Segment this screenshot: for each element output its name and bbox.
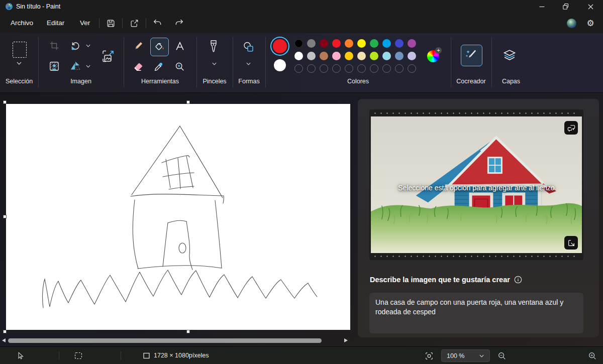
settings-button[interactable]: ⚙	[582, 15, 598, 31]
palette-empty-slot[interactable]	[382, 64, 391, 73]
close-icon	[588, 4, 593, 10]
menu-ver[interactable]: Ver	[73, 16, 96, 30]
text-tool[interactable]	[174, 41, 185, 52]
redo-button[interactable]	[171, 15, 187, 31]
cocreator-generated-image[interactable]: Seleccione esta opción para agregar arte…	[371, 116, 582, 253]
selection-tool[interactable]	[13, 42, 27, 58]
group-label-colors: Colores	[265, 76, 451, 86]
palette-color-swatch[interactable]	[307, 52, 316, 60]
canvas-resize-handle[interactable]	[186, 100, 190, 104]
shapes-dropdown-chevron[interactable]	[246, 62, 251, 66]
profile-avatar[interactable]	[567, 19, 576, 28]
canvas-resize-handle[interactable]	[3, 330, 7, 333]
palette-color-swatch[interactable]	[345, 52, 353, 60]
palette-empty-slot[interactable]	[307, 64, 316, 73]
capture-icon	[425, 351, 434, 360]
info-icon[interactable]	[514, 276, 522, 284]
palette-color-swatch[interactable]	[294, 52, 303, 60]
palette-color-swatch[interactable]	[320, 52, 328, 60]
palette-color-swatch[interactable]	[370, 52, 378, 60]
eraser-icon	[133, 61, 144, 72]
screenshot-button[interactable]	[425, 351, 434, 360]
palette-empty-slot[interactable]	[370, 64, 378, 73]
share-button[interactable]	[126, 15, 142, 31]
flip-dropdown-chevron[interactable]	[85, 64, 91, 68]
palette-empty-slot[interactable]	[332, 64, 341, 73]
menu-bar: Archivo Editar Ver	[0, 13, 603, 33]
feedback-button[interactable]	[564, 121, 578, 135]
foreground-color-swatch[interactable]	[273, 39, 287, 53]
describe-label-row: Describe la imagen que te gustaría crear	[370, 276, 522, 284]
cocreator-button-selected[interactable]	[461, 45, 482, 66]
rotate-button[interactable]	[70, 40, 81, 51]
rotate-dropdown-chevron[interactable]	[85, 44, 91, 48]
group-label-brushes: Pinceles	[196, 76, 233, 86]
magnifier-tool[interactable]	[174, 61, 185, 72]
eraser-tool[interactable]	[133, 61, 144, 72]
save-button[interactable]	[103, 15, 119, 31]
shapes-button[interactable]	[242, 41, 255, 53]
palette-color-swatch[interactable]	[294, 39, 303, 48]
selection-dropdown-chevron[interactable]	[16, 61, 22, 65]
palette-empty-slot[interactable]	[395, 64, 404, 73]
work-area: Seleccione esta opción para agregar arte…	[0, 93, 603, 346]
group-label-layers: Capas	[491, 76, 531, 86]
palette-color-swatch[interactable]	[382, 52, 391, 60]
brushes-button[interactable]	[208, 40, 219, 53]
zoom-level-dropdown[interactable]: 100 %	[441, 349, 490, 362]
palette-color-swatch[interactable]	[320, 39, 328, 48]
canvas-resize-handle[interactable]	[3, 215, 7, 218]
remove-background-button[interactable]	[49, 61, 60, 72]
scroll-right-arrow[interactable]	[344, 338, 348, 342]
palette-empty-slot[interactable]	[294, 64, 303, 73]
flip-icon	[70, 61, 81, 72]
canvas-resize-handle[interactable]	[186, 330, 190, 333]
zoom-out-button[interactable]	[497, 351, 507, 360]
close-button[interactable]	[579, 0, 602, 13]
palette-color-swatch[interactable]	[408, 52, 416, 60]
palette-empty-slot[interactable]	[345, 64, 353, 73]
fill-tool-selected[interactable]	[150, 38, 169, 56]
prompt-textarea[interactable]: Una casa de campo con una puerta roja, u…	[369, 293, 583, 333]
layers-button[interactable]	[502, 48, 517, 62]
flip-button[interactable]	[70, 61, 81, 72]
crop-button[interactable]	[49, 40, 60, 51]
group-label-cocreator: Cocreador	[451, 76, 491, 86]
undo-button[interactable]	[149, 15, 165, 31]
zoom-in-button[interactable]	[588, 351, 597, 360]
palette-color-swatch[interactable]	[395, 52, 404, 60]
palette-color-swatch[interactable]	[332, 39, 341, 48]
palette-empty-slot[interactable]	[357, 64, 366, 73]
background-color-swatch[interactable]	[274, 59, 286, 71]
palette-color-swatch[interactable]	[307, 39, 316, 48]
menu-editar[interactable]: Editar	[40, 16, 71, 30]
crop-icon	[49, 40, 60, 51]
color-picker-tool[interactable]	[153, 61, 164, 72]
resize-button[interactable]	[102, 50, 115, 63]
restore-button[interactable]	[554, 0, 577, 13]
palette-color-swatch[interactable]	[382, 39, 391, 48]
palette-color-swatch[interactable]	[370, 39, 378, 48]
brushes-dropdown-chevron[interactable]	[212, 62, 217, 66]
palette-color-swatch[interactable]	[395, 39, 404, 48]
canvas-resize-handle[interactable]	[3, 100, 7, 104]
palette-empty-slot[interactable]	[408, 64, 416, 73]
pencil-tool[interactable]	[133, 41, 144, 52]
menu-archivo[interactable]: Archivo	[4, 16, 40, 30]
palette-color-swatch[interactable]	[357, 52, 366, 60]
minimize-button[interactable]	[530, 0, 553, 13]
horizontal-scrollbar[interactable]	[8, 338, 322, 343]
palette-color-swatch[interactable]	[408, 39, 416, 48]
drawing-canvas[interactable]	[6, 104, 350, 330]
palette-empty-slot[interactable]	[320, 64, 328, 73]
scroll-left-arrow[interactable]	[2, 338, 6, 342]
undo-icon	[152, 18, 162, 28]
group-label-tools: Herramientas	[124, 76, 196, 86]
palette-color-swatch[interactable]	[332, 52, 341, 60]
add-to-canvas-button[interactable]	[564, 236, 578, 250]
cursor-position-icon	[16, 351, 25, 360]
palette-color-swatch[interactable]	[357, 39, 366, 48]
window-title: Sin título - Paint	[16, 3, 60, 10]
zoom-out-icon	[497, 351, 507, 360]
palette-color-swatch[interactable]	[345, 39, 353, 48]
